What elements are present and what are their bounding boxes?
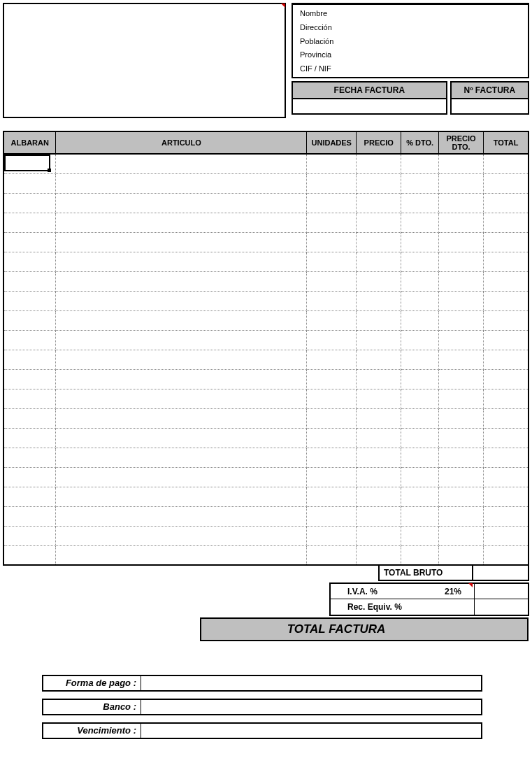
cell[interactable] [438,232,483,252]
cell[interactable] [3,271,56,291]
vencimiento-value[interactable] [141,724,481,738]
cell[interactable] [484,350,529,369]
cell[interactable] [401,173,439,193]
cell[interactable] [3,545,56,565]
cell[interactable] [307,232,357,252]
cell[interactable] [438,271,483,291]
cell[interactable] [401,213,439,232]
cell[interactable] [307,252,357,271]
cell[interactable] [357,291,401,310]
cell[interactable] [401,487,439,506]
cell[interactable] [438,291,483,310]
cell[interactable] [3,389,56,408]
cell[interactable] [56,232,307,252]
cell[interactable] [56,487,307,506]
cell[interactable] [3,526,56,545]
cell[interactable] [401,154,439,173]
cell[interactable] [357,154,401,173]
cell[interactable] [438,252,483,271]
cell[interactable] [484,545,529,565]
cell[interactable] [357,467,401,487]
cell[interactable] [357,252,401,271]
cell[interactable] [438,526,483,545]
cell[interactable] [438,369,483,389]
cell[interactable] [307,330,357,350]
banco-value[interactable] [141,700,481,714]
cell[interactable] [357,428,401,448]
cell[interactable] [307,467,357,487]
cell[interactable] [357,408,401,428]
cell[interactable] [484,173,529,193]
cell[interactable] [357,310,401,330]
cell[interactable] [438,330,483,350]
cell[interactable] [484,506,529,526]
cell[interactable] [438,448,483,467]
rec-equiv-value[interactable] [474,599,528,615]
cell[interactable] [307,369,357,389]
cell[interactable] [401,526,439,545]
cell[interactable] [357,330,401,350]
cell[interactable] [56,506,307,526]
cell[interactable] [56,428,307,448]
cell[interactable] [3,330,56,350]
num-factura-value[interactable] [452,99,528,113]
cell[interactable] [438,154,483,173]
cell[interactable] [56,252,307,271]
cell[interactable] [357,350,401,369]
cell[interactable] [56,369,307,389]
cell[interactable] [3,408,56,428]
cell[interactable] [438,310,483,330]
cell[interactable] [401,448,439,467]
cell[interactable] [3,487,56,506]
cell[interactable] [3,154,56,173]
cell[interactable] [438,389,483,408]
cell[interactable] [484,487,529,506]
cell[interactable] [484,369,529,389]
cell[interactable] [3,213,56,232]
cell[interactable] [307,154,357,173]
cell[interactable] [3,173,56,193]
cell[interactable] [357,389,401,408]
cell[interactable] [3,232,56,252]
cell[interactable] [484,291,529,310]
cell[interactable] [3,506,56,526]
cell[interactable] [357,487,401,506]
cell[interactable] [3,252,56,271]
cell[interactable] [484,252,529,271]
cell[interactable] [56,408,307,428]
cell[interactable] [307,213,357,232]
cell[interactable] [357,271,401,291]
cell[interactable] [484,389,529,408]
cell[interactable] [484,271,529,291]
cell[interactable] [438,487,483,506]
cell[interactable] [307,350,357,369]
cell[interactable] [357,545,401,565]
cell[interactable] [56,389,307,408]
cell[interactable] [401,389,439,408]
cell[interactable] [484,330,529,350]
cell[interactable] [3,428,56,448]
cell[interactable] [56,545,307,565]
cell[interactable] [56,291,307,310]
cell[interactable] [307,291,357,310]
fecha-factura-value[interactable] [293,99,446,113]
cell[interactable] [401,271,439,291]
cell[interactable] [307,193,357,213]
cell[interactable] [401,506,439,526]
cell[interactable] [438,350,483,369]
cell[interactable] [401,408,439,428]
cell[interactable] [56,173,307,193]
cell[interactable] [401,369,439,389]
cell[interactable] [56,271,307,291]
cell[interactable] [484,193,529,213]
cell[interactable] [56,213,307,232]
forma-pago-value[interactable] [141,676,481,690]
cell[interactable] [484,310,529,330]
cell[interactable] [307,545,357,565]
cell[interactable] [307,310,357,330]
cell[interactable] [3,310,56,330]
cell[interactable] [484,526,529,545]
cell[interactable] [307,487,357,506]
cell[interactable] [438,408,483,428]
cell[interactable] [401,232,439,252]
